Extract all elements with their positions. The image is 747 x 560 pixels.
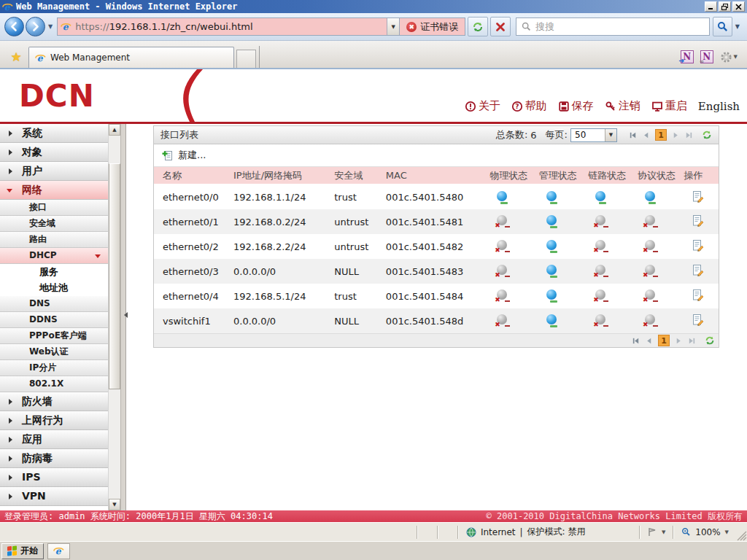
chevron-right-icon [9, 475, 15, 481]
pager-next-button[interactable] [672, 131, 680, 139]
tools-gear-icon[interactable]: ▼ [720, 51, 738, 63]
sidebar-item-web-auth[interactable]: Web认证 [0, 344, 108, 360]
per-page-select[interactable]: 50 ▼ [570, 128, 617, 142]
tab-web-management[interactable]: e Web Management [28, 47, 234, 68]
sidebar-item-user[interactable]: 用户 [0, 162, 108, 181]
onenote-linked-icon[interactable]: N∞ [700, 50, 713, 63]
sidebar-item-label: IPS [22, 471, 41, 483]
sidebar-item-security-zone[interactable]: 安全域 [0, 216, 108, 232]
sidebar-item-ips[interactable]: IPS [0, 468, 108, 487]
svg-text:e: e [37, 52, 44, 63]
start-button[interactable]: 开始 [1, 543, 44, 559]
resize-grip[interactable] [737, 531, 747, 541]
close-button[interactable] [732, 1, 745, 12]
cell-physical-status [489, 234, 539, 259]
forward-button[interactable] [26, 17, 45, 36]
edit-icon[interactable] [692, 239, 704, 252]
scroll-down-icon[interactable]: ▼ [109, 499, 120, 510]
table-row-ethernet0/3: ethernet0/30.0.0.0/0NULL001c.5401.5483 [154, 259, 719, 284]
header-link-help[interactable]: ?帮助 [511, 99, 547, 113]
cell-link-status [588, 209, 638, 234]
cell-ip: 0.0.0.0/0 [233, 308, 334, 333]
favorites-button[interactable]: ★ [4, 47, 28, 66]
scroll-up-icon[interactable]: ▲ [109, 124, 120, 136]
pager-last-button[interactable] [685, 131, 693, 139]
zoom-control[interactable]: 100% ▼ [675, 523, 735, 541]
sidebar-item-firewall[interactable]: 防火墙 [0, 392, 108, 411]
sidebar-item-system[interactable]: 系统 [0, 124, 108, 143]
new-tab-stub[interactable] [236, 50, 256, 68]
edit-icon[interactable] [692, 214, 704, 227]
pager-prev-button[interactable] [645, 337, 653, 345]
pager-next-button[interactable] [675, 337, 683, 345]
sidebar-item-label: 地址池 [39, 282, 68, 293]
header-link-restart[interactable]: 重启 [651, 99, 687, 113]
status-up-icon [546, 314, 557, 325]
cell-zone: trust [334, 184, 386, 209]
sidebar-item-dot1x[interactable]: 802.1X [0, 376, 108, 392]
address-dropdown-button[interactable]: ▼ [387, 18, 399, 35]
total-value: 6 [530, 130, 536, 141]
protected-mode-label: 保护模式: 禁用 [527, 526, 586, 538]
sidebar-item-route[interactable]: 路由 [0, 232, 108, 248]
sidebar-item-label: 对象 [22, 146, 42, 158]
refresh-list-icon[interactable] [705, 335, 715, 346]
sidebar-item-application[interactable]: 应用 [0, 430, 108, 449]
header-link-logout[interactable]: 注销 [605, 99, 640, 113]
taskbar-ie-button[interactable]: e [47, 543, 70, 559]
zone-settings-button[interactable]: ▼ [641, 523, 672, 541]
restore-button[interactable] [719, 1, 731, 12]
header-link-english[interactable]: English [698, 100, 740, 113]
cell-zone: trust [334, 284, 386, 308]
search-options-dropdown-icon[interactable]: ▼ [735, 23, 740, 30]
sidebar-item-dhcp-service[interactable]: 服务 [0, 264, 108, 280]
pager-first-button[interactable] [629, 131, 637, 139]
history-dropdown-icon[interactable]: ▼ [48, 23, 53, 30]
header-link-save[interactable]: 保存 [558, 99, 594, 113]
search-placeholder: 搜搜 [535, 20, 554, 34]
search-input[interactable]: 搜搜 [516, 18, 710, 36]
scrollbar-thumb[interactable] [109, 163, 120, 389]
search-go-button[interactable] [713, 17, 732, 36]
cell-mac: 001c.5401.5482 [386, 234, 489, 259]
sidebar-item-object[interactable]: 对象 [0, 143, 108, 162]
minimize-button[interactable] [705, 1, 717, 12]
sidebar-item-dns[interactable]: DNS [0, 296, 108, 312]
cell-protocol-status [638, 234, 684, 259]
sidebar-item-label: 用户 [22, 165, 42, 176]
sidebar-item-dhcp[interactable]: DHCP [0, 248, 108, 264]
onenote-send-icon[interactable]: N➜ [681, 50, 694, 63]
sidebar-item-interface[interactable]: 接口 [0, 200, 108, 216]
sidebar-scrollbar[interactable]: ▲ ▼ [108, 124, 120, 510]
sidebar-item-ip-frag[interactable]: IP分片 [0, 360, 108, 376]
sidebar-item-ddns[interactable]: DDNS [0, 312, 108, 328]
pager-prev-button[interactable] [642, 131, 650, 139]
sidebar-item-dhcp-pool[interactable]: 地址池 [0, 280, 108, 296]
new-button[interactable]: 新建... [162, 149, 206, 162]
edit-icon[interactable] [692, 190, 704, 203]
header-link-about[interactable]: 关于 [465, 99, 500, 113]
certificate-error-badge[interactable]: ✖ 证书错误 [400, 18, 465, 36]
panel-title: 接口列表 [160, 128, 198, 141]
sidebar-item-net-behavior[interactable]: 上网行为 [0, 411, 108, 430]
pager-first-button[interactable] [632, 337, 640, 345]
cell-name: vswitchif1 [154, 308, 233, 333]
sidebar-item-pppoe-client[interactable]: PPPoE客户端 [0, 328, 108, 344]
edit-icon[interactable] [692, 314, 704, 326]
save-icon [558, 101, 570, 112]
refresh-button[interactable] [468, 17, 488, 36]
stop-button[interactable] [490, 17, 511, 36]
sidebar-item-antivirus[interactable]: 防病毒 [0, 449, 108, 468]
browser-status-bar: Internet | 保护模式: 禁用 ▼ 100% ▼ [0, 522, 747, 541]
edit-icon[interactable] [692, 289, 704, 301]
pager-last-button[interactable] [688, 337, 696, 345]
sidebar-item-vpn[interactable]: VPN [0, 487, 108, 506]
address-bar[interactable]: e https://192.168.1.1/zh_cn/webui.html ▼ [57, 18, 400, 36]
edit-icon[interactable] [692, 264, 704, 276]
toolbar-row: 新建... [154, 144, 719, 167]
sidebar-splitter[interactable] [120, 124, 126, 510]
cell-physical-status [489, 209, 539, 234]
sidebar-item-network[interactable]: 网络 [0, 181, 108, 200]
refresh-list-icon[interactable] [702, 130, 712, 140]
back-button[interactable] [4, 17, 24, 36]
